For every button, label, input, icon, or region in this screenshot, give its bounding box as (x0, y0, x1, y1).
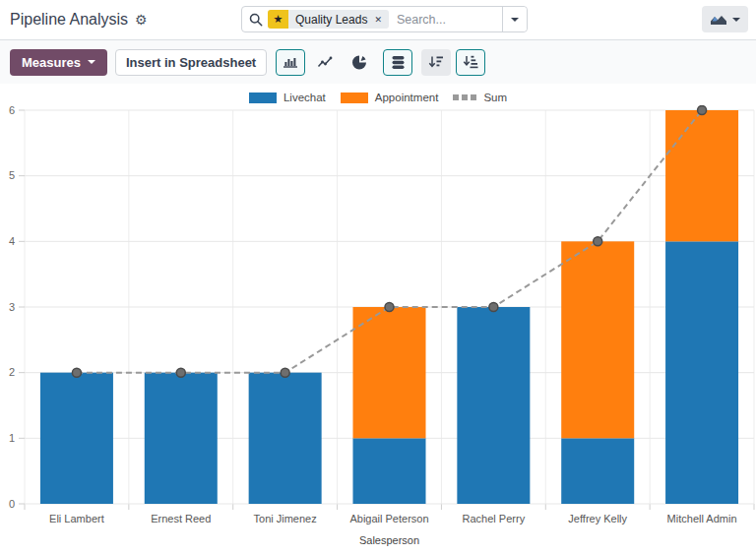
sort-ascending-button[interactable] (456, 49, 485, 76)
insert-label: Insert in Spreadsheet (126, 55, 256, 70)
y-tick-label: 3 (9, 301, 15, 313)
bar-livechat-1[interactable] (40, 373, 113, 504)
search-input[interactable] (389, 7, 502, 31)
sum-point-4 (385, 303, 394, 312)
bar-livechat-6[interactable] (561, 438, 634, 504)
sort-group (421, 49, 485, 76)
measures-button[interactable]: Measures (10, 49, 107, 76)
search-facet[interactable]: ★ Quality Leads ✕ (268, 10, 389, 29)
bar-livechat-5[interactable] (457, 307, 530, 504)
view-switcher-button[interactable] (702, 6, 748, 32)
bar-appointment-6[interactable] (561, 241, 634, 438)
chart-area: LivechatAppointmentSum 0123456Eli Lamber… (0, 84, 756, 555)
facet-label: Quality Leads (288, 13, 373, 27)
sum-point-7 (698, 106, 707, 115)
sum-point-6 (594, 237, 602, 246)
x-tick-label: Rachel Perry (463, 513, 526, 524)
x-tick-label: Eli Lambert (49, 513, 104, 524)
stacked-icon (391, 55, 406, 70)
chevron-down-icon (732, 18, 740, 22)
chevron-down-icon (88, 60, 95, 64)
line-chart-button[interactable] (310, 49, 340, 76)
legend-swatch (453, 94, 476, 100)
y-tick-label: 5 (9, 169, 15, 181)
search-bar[interactable]: ★ Quality Leads ✕ (241, 6, 528, 32)
x-tick-label: Toni Jimenez (254, 513, 317, 524)
bar-chart-button[interactable] (276, 49, 305, 76)
y-tick-label: 2 (9, 366, 15, 378)
sum-point-1 (72, 368, 81, 377)
gear-icon[interactable]: ⚙ (135, 13, 148, 27)
breadcrumb: Pipeline Analysis ⚙ (10, 11, 148, 29)
pie-chart-icon (352, 55, 367, 70)
control-panel: Measures Insert in Spreadsheet (0, 39, 756, 84)
area-chart-icon (710, 13, 727, 26)
stacked-button[interactable] (383, 49, 412, 76)
x-tick-label: Abigail Peterson (349, 513, 428, 524)
sort-descending-icon (428, 55, 444, 69)
y-tick-label: 6 (9, 105, 15, 116)
bar-livechat-3[interactable] (249, 373, 322, 504)
sum-point-3 (281, 368, 289, 377)
line-chart-icon (317, 56, 333, 69)
y-tick-label: 4 (9, 235, 15, 247)
bar-livechat-4[interactable] (353, 438, 426, 504)
legend-label: Appointment (375, 92, 439, 103)
x-tick-label: Ernest Reed (151, 513, 211, 524)
y-tick-label: 0 (9, 498, 15, 510)
bar-livechat-2[interactable] (145, 373, 218, 504)
pipeline-chart: 0123456Eli LambertErnest ReedToni Jimene… (0, 105, 756, 555)
sum-point-5 (489, 303, 498, 312)
insert-in-spreadsheet-button[interactable]: Insert in Spreadsheet (115, 49, 267, 76)
legend-label: Livechat (284, 92, 326, 103)
bar-appointment-7[interactable] (665, 110, 738, 241)
legend-label: Sum (483, 92, 507, 103)
chevron-down-icon (511, 18, 519, 22)
legend-item-sum[interactable]: Sum (453, 92, 507, 103)
top-bar: Pipeline Analysis ⚙ ★ Quality Leads ✕ (0, 0, 756, 39)
search-icon (249, 13, 263, 27)
bar-appointment-4[interactable] (353, 307, 426, 438)
sort-ascending-icon (463, 55, 478, 69)
page-title: Pipeline Analysis (10, 11, 128, 29)
bar-chart-icon (283, 55, 298, 69)
stacked-group (383, 49, 412, 76)
pie-chart-button[interactable] (345, 49, 374, 76)
legend-swatch (249, 92, 277, 103)
search-dropdown-toggle[interactable] (502, 7, 527, 31)
star-icon: ★ (268, 10, 288, 29)
legend-item-appointment[interactable]: Appointment (341, 92, 439, 103)
chart-type-group (276, 49, 374, 76)
x-tick-label: Jeffrey Kelly (568, 513, 627, 524)
bar-livechat-7[interactable] (665, 241, 738, 504)
y-tick-label: 1 (9, 432, 15, 444)
sort-descending-button[interactable] (421, 49, 451, 76)
legend-item-livechat[interactable]: Livechat (249, 92, 326, 103)
facet-remove-icon[interactable]: ✕ (373, 10, 389, 29)
x-tick-label: Mitchell Admin (667, 513, 737, 524)
chart-legend: LivechatAppointmentSum (0, 90, 756, 105)
sum-point-2 (176, 368, 185, 377)
measures-label: Measures (22, 55, 81, 70)
x-axis-title: Salesperson (359, 534, 419, 546)
legend-swatch (341, 92, 368, 103)
